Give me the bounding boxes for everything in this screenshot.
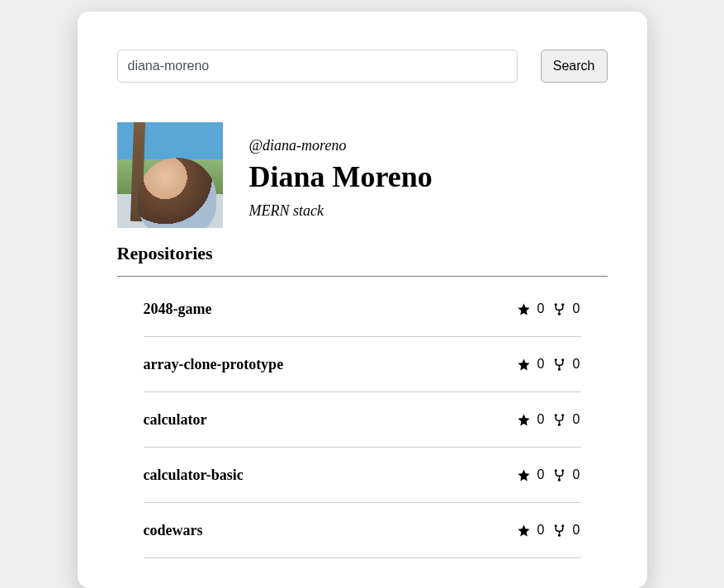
profile-handle: @diana-moreno xyxy=(249,137,433,154)
fork-icon xyxy=(552,524,566,538)
repository-item: 2048-game00 xyxy=(144,282,581,337)
repository-link[interactable]: codewars xyxy=(144,522,203,539)
svg-point-1 xyxy=(561,303,564,306)
repository-stats: 00 xyxy=(517,467,581,482)
fork-icon xyxy=(552,468,566,482)
star-count: 0 xyxy=(537,357,546,372)
repository-item: calculator00 xyxy=(144,392,581,448)
star-icon xyxy=(517,524,531,538)
repository-link[interactable]: calculator xyxy=(144,411,207,429)
svg-point-7 xyxy=(561,414,564,416)
section-divider xyxy=(117,276,608,277)
repository-stats: 00 xyxy=(517,412,581,427)
profile-bio: MERN stack xyxy=(249,202,433,220)
app-card: Search @diana-moreno Diana Moreno MERN s… xyxy=(78,12,647,588)
repository-link[interactable]: 2048-game xyxy=(144,301,212,318)
repository-stats: 00 xyxy=(517,523,581,538)
svg-point-5 xyxy=(557,368,560,370)
profile-info: @diana-moreno Diana Moreno MERN stack xyxy=(249,122,433,220)
fork-count: 0 xyxy=(573,357,581,372)
star-icon xyxy=(517,302,531,316)
avatar xyxy=(117,122,223,228)
star-count: 0 xyxy=(537,523,546,538)
search-row: Search xyxy=(117,50,608,83)
fork-count: 0 xyxy=(573,412,581,427)
search-input[interactable] xyxy=(117,50,518,83)
star-count: 0 xyxy=(537,412,546,427)
repository-item: array-clone-prototype00 xyxy=(144,337,581,392)
svg-point-9 xyxy=(554,469,556,472)
fork-count: 0 xyxy=(573,523,581,538)
fork-icon xyxy=(552,302,566,316)
svg-point-11 xyxy=(557,478,560,481)
svg-point-14 xyxy=(557,533,560,536)
profile-section: @diana-moreno Diana Moreno MERN stack xyxy=(117,122,608,228)
repository-item: codewars00 xyxy=(144,503,581,558)
repositories-heading: Repositories xyxy=(117,243,608,264)
svg-point-8 xyxy=(557,423,560,425)
star-count: 0 xyxy=(537,467,546,482)
repository-stats: 00 xyxy=(517,301,581,316)
svg-point-0 xyxy=(554,303,556,306)
search-button[interactable]: Search xyxy=(541,50,608,83)
star-icon xyxy=(517,468,531,482)
svg-point-4 xyxy=(561,358,564,361)
svg-point-10 xyxy=(561,469,564,472)
repository-item: calculator-basic00 xyxy=(144,448,581,503)
svg-point-6 xyxy=(554,414,556,416)
fork-icon xyxy=(552,358,566,372)
star-icon xyxy=(517,413,531,427)
fork-count: 0 xyxy=(573,301,581,316)
star-icon xyxy=(517,358,531,372)
svg-point-12 xyxy=(554,524,556,527)
repository-list: 2048-game00array-clone-prototype00calcul… xyxy=(117,282,608,558)
profile-display-name: Diana Moreno xyxy=(249,159,433,194)
star-count: 0 xyxy=(537,301,546,316)
repository-stats: 00 xyxy=(517,357,581,372)
svg-point-3 xyxy=(554,358,556,361)
fork-count: 0 xyxy=(573,467,581,482)
repository-link[interactable]: array-clone-prototype xyxy=(144,356,284,373)
svg-point-13 xyxy=(561,524,564,527)
repository-link[interactable]: calculator-basic xyxy=(144,467,244,484)
fork-icon xyxy=(552,413,566,427)
svg-point-2 xyxy=(557,312,560,315)
